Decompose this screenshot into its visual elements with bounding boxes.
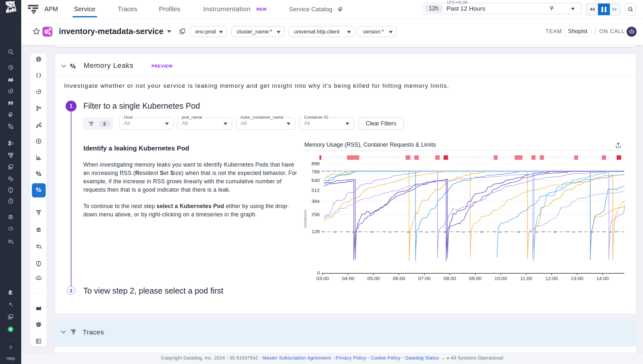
svg-text:640: 640 — [311, 177, 320, 183]
svg-text:09:00: 09:00 — [469, 276, 482, 281]
svg-text:11:00: 11:00 — [520, 276, 532, 281]
svg-text:256: 256 — [311, 212, 320, 217]
svg-text:12:00: 12:00 — [546, 276, 558, 281]
svg-text:06:00: 06:00 — [393, 276, 405, 281]
svg-text:896: 896 — [311, 161, 320, 166]
svg-text:03:00: 03:00 — [317, 276, 329, 281]
svg-text:768: 768 — [311, 169, 320, 174]
svg-text:07:00: 07:00 — [418, 276, 431, 281]
svg-text:512: 512 — [311, 187, 320, 193]
svg-text:04:00: 04:00 — [342, 276, 354, 281]
svg-text:13:00: 13:00 — [571, 276, 583, 281]
svg-text:128: 128 — [311, 229, 320, 234]
svg-text:08:00: 08:00 — [444, 276, 456, 281]
svg-text:384: 384 — [311, 198, 320, 204]
svg-text:05:00: 05:00 — [367, 276, 380, 281]
svg-text:Mebibytes: Mebibytes — [304, 210, 308, 228]
svg-text:14:00: 14:00 — [596, 276, 609, 281]
svg-text:10:00: 10:00 — [494, 276, 507, 281]
svg-text:0: 0 — [317, 270, 320, 276]
svg-text:$: $ — [38, 277, 39, 280]
